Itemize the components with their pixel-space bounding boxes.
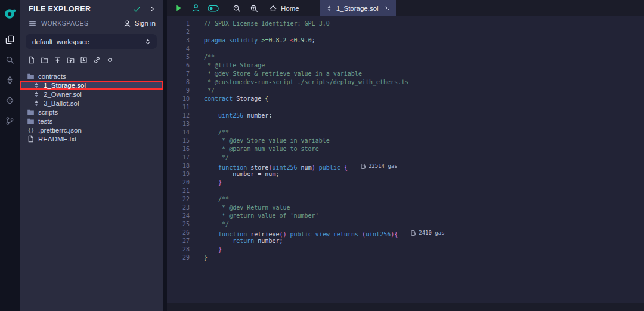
tree-item-1_Storage.sol[interactable]: 1_Storage.sol <box>20 81 163 90</box>
activity-search-icon[interactable] <box>0 50 20 70</box>
sign-in-button[interactable]: Sign in <box>123 20 156 27</box>
zoom-in-icon <box>250 4 258 13</box>
home-label: Home <box>281 5 299 12</box>
toggle-button[interactable] <box>208 2 219 14</box>
tree-item-scripts[interactable]: scripts <box>20 107 163 116</box>
panel-resize-handle[interactable] <box>163 0 167 311</box>
code-line: * @custom:dev-run-script ./scripts/deplo… <box>204 78 644 87</box>
tree-item-label: .prettierrc.json <box>38 127 82 134</box>
code-line <box>204 45 644 53</box>
line-number: 5 <box>167 53 190 61</box>
line-number: 18 <box>167 162 190 170</box>
code-line: function retrieve() public view returns … <box>204 229 644 237</box>
zoom-out-button[interactable] <box>231 2 242 14</box>
activity-file-explorer-icon[interactable] <box>0 29 20 50</box>
activity-solidity-compiler-icon[interactable] <box>0 70 20 90</box>
line-number: 15 <box>167 137 190 145</box>
line-number: 22 <box>167 195 190 204</box>
tree-item-3_Ballot.sol[interactable]: 3_Ballot.sol <box>20 98 163 107</box>
line-numbers: 1234567891011121314151617181920212223242… <box>167 20 199 303</box>
activity-git-icon[interactable] <box>0 110 20 131</box>
code-line: */ <box>204 153 644 162</box>
user-icon <box>123 20 131 27</box>
tree-item-.prettierrc.json[interactable]: {}.prettierrc.json <box>20 125 163 134</box>
line-number: 14 <box>167 128 190 137</box>
new-file-icon[interactable] <box>27 56 35 64</box>
code-line: return number; <box>204 237 644 245</box>
tree-item-label: tests <box>38 118 52 125</box>
tree-item-contracts[interactable]: contracts <box>20 72 163 81</box>
line-number: 8 <box>167 78 190 87</box>
chevron-right-icon[interactable] <box>148 5 156 13</box>
git-clone-icon[interactable] <box>106 56 114 64</box>
svg-text:{}: {} <box>28 127 34 133</box>
code-line: * @dev Return value <box>204 204 644 212</box>
activity-remix-logo[interactable] <box>0 3 20 24</box>
solidity-file-icon <box>33 91 40 98</box>
code-line <box>204 120 644 128</box>
code-line: number = num; <box>204 170 644 178</box>
code-editor[interactable]: 1234567891011121314151617181920212223242… <box>167 16 644 303</box>
zoom-in-button[interactable] <box>249 2 259 14</box>
link-icon[interactable] <box>93 56 101 64</box>
code-line: * @dev Store & retrieve value in a varia… <box>204 70 644 78</box>
zoom-out-icon <box>233 4 241 13</box>
file-toolbar <box>20 53 163 66</box>
terminal-top-edge[interactable] <box>167 303 644 311</box>
line-number: 11 <box>167 103 190 112</box>
hamburger-icon[interactable] <box>29 20 36 27</box>
line-number: 6 <box>167 61 190 70</box>
workspace-select[interactable]: default_workspace <box>26 34 157 49</box>
upload-file-icon[interactable] <box>54 56 61 64</box>
import-icon[interactable] <box>80 56 88 64</box>
code-line: function store(uint256 num) public {2251… <box>204 162 644 170</box>
solidity-file-icon <box>33 82 40 89</box>
file-explorer-panel: FILE EXPLORER WORKSPACES Sign in default… <box>20 0 163 311</box>
gas-estimate: 2410 gas <box>411 229 444 237</box>
line-number: 7 <box>167 70 190 78</box>
code-line: /** <box>204 53 644 61</box>
editor-topbar: Home 1_Storage.sol <box>167 0 644 16</box>
solidity-compiler-icon <box>5 76 14 85</box>
code-line: * @dev Store value in variable <box>204 137 644 145</box>
tree-item-README.txt[interactable]: README.txt <box>20 134 163 143</box>
code-line: */ <box>204 220 644 229</box>
code-line: uint256 number; <box>204 112 644 120</box>
updown-icon <box>144 38 151 45</box>
gas-estimate: 22514 gas <box>361 162 398 170</box>
folder-icon <box>27 108 35 116</box>
line-number: 17 <box>167 153 190 162</box>
gas-icon <box>361 163 366 170</box>
line-number: 29 <box>167 254 190 262</box>
code-line: * @return value of 'number' <box>204 212 644 220</box>
user-circle-icon <box>191 4 200 13</box>
activity-bar <box>0 0 20 311</box>
sign-in-label: Sign in <box>135 20 156 27</box>
tree-item-tests[interactable]: tests <box>20 116 163 125</box>
tab-1_Storage.sol[interactable]: 1_Storage.sol <box>320 0 396 16</box>
new-folder-icon[interactable] <box>41 56 48 64</box>
panel-header: FILE EXPLORER <box>20 0 163 17</box>
gas-icon <box>411 230 416 236</box>
play-button[interactable] <box>173 2 184 14</box>
check-icon[interactable] <box>133 5 141 13</box>
solidity-file-icon <box>33 100 40 107</box>
activity-deploy-run-icon[interactable] <box>0 90 20 110</box>
line-number: 19 <box>167 170 190 178</box>
remix-ide-window: FILE EXPLORER WORKSPACES Sign in default… <box>0 0 644 311</box>
code-area[interactable]: // SPDX-License-Identifier: GPL-3.0pragm… <box>199 20 644 303</box>
close-icon[interactable] <box>384 5 391 11</box>
folder-icon <box>27 117 35 125</box>
line-number: 21 <box>167 187 190 195</box>
tree-item-2_Owner.sol[interactable]: 2_Owner.sol <box>20 90 163 98</box>
home-tab[interactable]: Home <box>269 4 299 13</box>
line-number: 9 <box>167 87 190 95</box>
upload-folder-icon[interactable] <box>67 56 75 64</box>
editor-area: Home 1_Storage.sol 123456789101112131415… <box>167 0 644 311</box>
tree-item-label: 3_Ballot.sol <box>44 100 79 107</box>
code-line <box>204 28 644 36</box>
user-circle-button[interactable] <box>190 2 201 14</box>
code-line <box>204 103 644 112</box>
play-icon <box>174 4 183 13</box>
line-number: 25 <box>167 220 190 229</box>
